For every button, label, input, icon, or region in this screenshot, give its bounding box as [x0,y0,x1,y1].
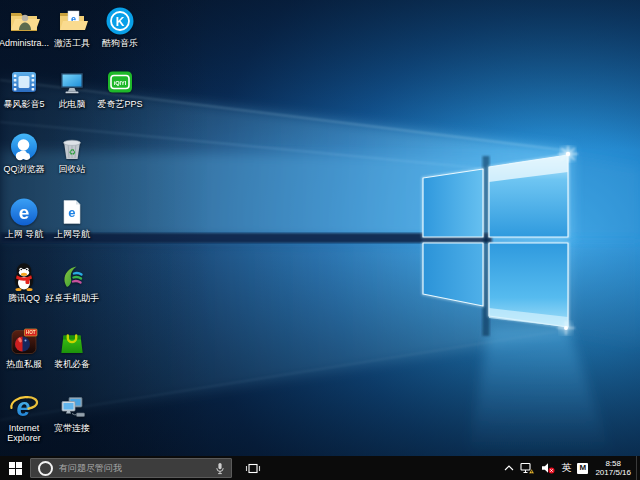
show-desktop-button[interactable] [636,456,640,480]
cortana-icon [38,461,53,476]
icon-label: 宽带连接 [54,423,90,433]
clock[interactable]: 8:58 2017/5/16 [591,459,636,477]
desktop-icon-storm-player[interactable]: 暴风影音5 [0,66,48,109]
broadband-monitors-icon [56,390,88,422]
desktop-icon-web-nav-circle[interactable]: e 上网 导航 [0,196,48,239]
icon-label: 腾讯QQ [8,293,40,303]
monitor-icon [56,66,88,98]
volume-button[interactable] [538,456,558,480]
icon-label: 回收站 [59,164,86,174]
task-view-icon [245,462,261,475]
folder-user-icon [8,5,40,37]
icon-label: 好卓手机助手 [45,293,99,303]
search-placeholder: 有问题尽管问我 [59,462,209,475]
nav-letter: e [19,202,30,223]
network-warning-icon [520,462,535,474]
recycle-symbol: ♻ [68,148,75,157]
icon-label: 暴风影音5 [3,99,44,109]
taskbar: 有问题尽管问我 [0,456,640,480]
iqiyi-wordmark: iQIYI [114,80,127,86]
desktop-icon-haozhuo-assistant[interactable]: 好卓手机助手 [48,260,96,303]
desktop-icon-tencent-qq[interactable]: 腾讯QQ [0,260,48,303]
speaker-muted-icon [541,462,555,474]
ime-mode-letter: M [577,463,588,474]
icon-label: 爱奇艺PPS [97,99,142,109]
kugou-letter: K [116,15,125,29]
clock-time: 8:58 [595,459,631,468]
qq-penguin-icon [8,260,40,292]
icon-label: 激活工具 [54,38,90,48]
green-swirl-icon [56,260,88,292]
film-strip-icon [8,66,40,98]
icon-label: 装机必备 [54,359,90,369]
cortana-search-box[interactable]: 有问题尽管问我 [30,458,232,478]
kugou-icon: K [104,5,136,37]
desktop-icon-iqiyi[interactable]: iQIYI 爱奇艺PPS [96,66,144,109]
desktop-icon-game-private-server[interactable]: HOT 热血私服 [0,326,48,369]
folder-document-icon: e [56,5,88,37]
desktop-icon-recycle-bin[interactable]: ♻ 回收站 [48,131,96,174]
microphone-icon[interactable] [215,462,225,475]
desktop-icon-kugou-music[interactable]: K 酷狗音乐 [96,5,144,48]
desktop-icon-administrator-folder[interactable]: Administra... [0,5,48,48]
desktop-icon-this-pc[interactable]: 此电脑 [48,66,96,109]
icon-label: Internet Explorer [0,423,49,443]
network-status-button[interactable] [517,456,538,480]
desktop-icon-essential-software[interactable]: 装机必备 [48,326,96,369]
ime-language-text: 英 [561,461,571,475]
desktop-icon-qq-browser[interactable]: QQ浏览器 [0,131,48,174]
system-tray: 英 M 8:58 2017/5/16 [501,456,640,480]
desktop-icon-internet-explorer[interactable]: e Internet Explorer [0,390,48,443]
iqiyi-icon: iQIYI [104,66,136,98]
internet-explorer-icon: e [8,390,40,422]
icon-label: 酷狗音乐 [102,38,138,48]
desktop-icon-activation-tool[interactable]: e 激活工具 [48,5,96,48]
game-sphere-hot-icon: HOT [8,326,40,358]
task-view-button[interactable] [239,456,267,480]
browser-e-circle-icon: e [8,196,40,228]
windows-logo-icon [9,462,22,475]
shopping-bag-icon [56,326,88,358]
desktop-icon-web-nav-shortcut[interactable]: e 上网导航 [48,196,96,239]
ime-mode-indicator[interactable]: M [574,456,591,480]
hot-badge: HOT [26,330,36,335]
chevron-up-icon [504,465,514,471]
qq-browser-icon [8,131,40,163]
start-button[interactable] [0,456,30,480]
ime-language-indicator[interactable]: 英 [558,456,574,480]
icon-label: 热血私服 [6,359,42,369]
icon-label: QQ浏览器 [3,164,44,174]
browser-e-page-icon: e [56,196,88,228]
windows-desktop: Administra... e 激活工具 K 酷狗音乐 [0,0,640,480]
recycle-bin-icon: ♻ [56,131,88,163]
clock-date: 2017/5/16 [595,468,631,477]
icon-label: 上网导航 [54,229,90,239]
icon-label: 上网 导航 [5,229,44,239]
nav-page-letter: e [68,205,75,220]
desktop-icon-broadband-connection[interactable]: 宽带连接 [48,390,96,433]
icon-label: Administra... [0,38,49,48]
tray-overflow-button[interactable] [501,456,517,480]
icon-label: 此电脑 [59,99,86,109]
